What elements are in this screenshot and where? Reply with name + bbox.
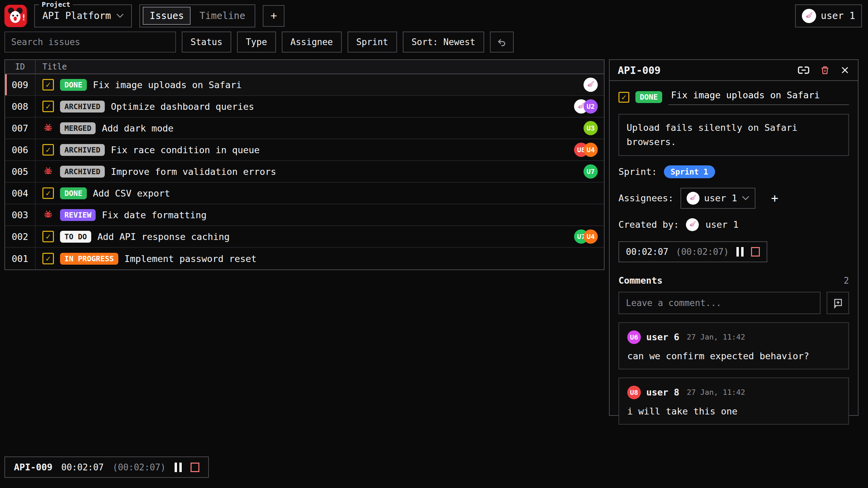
tab-issues[interactable]: Issues [143,7,191,25]
task-checkbox-icon: ✓ [42,253,54,264]
comment-card: U6 user 6 27 Jan, 11:42 can we confirm e… [618,322,849,369]
assignee-select[interactable]: user 1 [680,188,756,209]
issue-title-cell: ✓ ARCHIVED Optimize dashboard queries U2 [36,96,604,117]
table-row[interactable]: 007 MERGED Add dark mode U3 [5,118,604,139]
table-row[interactable]: 005 ARCHIVED Improve form validation err… [5,161,604,183]
issue-title-cell: ✓ TO DO Add API response caching U7U4 [36,226,604,247]
issue-title: Add API response caching [97,231,230,242]
view-tabs: Issues Timeline [139,4,255,27]
comment-text: i will take this one [627,406,840,416]
issue-title: Optimize dashboard queries [111,101,254,112]
issue-id: 001 [12,253,28,264]
issue-title: Fix race condition in queue [111,145,260,155]
issue-title-cell: ✓ DONE Add CSV export [36,183,604,204]
issue-title-cell: MERGED Add dark mode U3 [36,118,604,139]
assignee-avatars: U8U4 [574,143,598,157]
project-selector[interactable]: Project API Platform [34,4,132,27]
issue-title-field[interactable]: Fix image uploads on Safari [668,89,849,105]
issue-timer: 00:02:07 (00:02:07) [618,241,767,262]
tab-timeline[interactable]: Timeline [193,7,252,25]
assignee-avatars: U7 [584,164,598,179]
task-checkbox-icon[interactable]: ✓ [618,92,629,103]
add-assignee-button[interactable]: + [771,192,778,204]
task-checkbox-icon: ✓ [42,231,54,242]
issue-title-cell: ✓ IN PROGRESS Implement password reset [36,248,604,269]
issue-id: 008 [12,101,28,112]
issue-id-cell: 003 [5,204,36,225]
timer-elapsed: 00:02:07 [61,462,104,472]
bug-icon [42,209,54,221]
assignee-name: user 1 [704,193,737,203]
status-filter-button[interactable]: Status [182,32,231,53]
pause-timer-button[interactable] [736,247,744,257]
add-view-button[interactable]: + [263,5,284,27]
stop-timer-button[interactable] [751,247,760,257]
table-row[interactable]: 008 ✓ ARCHIVED Optimize dashboard querie… [5,96,604,118]
issue-title-cell: REVIEW Fix date formatting [36,204,604,225]
issue-id-cell: 009 [5,74,36,95]
submit-comment-button[interactable] [827,292,849,314]
created-by-label: Created by: [618,219,679,230]
status-badge: DONE [60,79,87,91]
current-user-chip[interactable]: user 1 [795,4,862,27]
search-input[interactable] [4,32,176,53]
assignee-avatar [687,192,699,205]
avatar: U3 [584,121,598,135]
issue-id: 003 [12,210,28,220]
sprint-chip[interactable]: Sprint 1 [664,165,715,178]
comment-timestamp: 27 Jan, 11:42 [687,333,745,341]
timer-issue-key: API-009 [14,462,53,472]
type-filter-button[interactable]: Type [237,32,276,53]
issue-id: 002 [12,231,28,242]
user-avatar [802,9,816,23]
issue-title-cell: ARCHIVED Improve form validation errors … [36,161,604,182]
filter-bar: Status Type Assignee Sprint Sort: Newest [4,32,864,53]
avatar: U4 [584,143,598,157]
delete-issue-icon[interactable] [820,65,830,76]
table-row[interactable]: 002 ✓ TO DO Add API response caching U7U… [5,226,604,248]
top-bar: ! Project API Platform Issues Timeline +… [0,0,868,32]
sprint-label: Sprint: [618,166,657,177]
comment-compose-row [618,292,849,314]
issue-title: Add dark mode [102,123,173,134]
issue-id-cell: 006 [5,139,36,160]
pause-timer-button[interactable] [175,463,182,472]
table-row[interactable]: 009 ✓ DONE Fix image uploads on Safari [5,74,604,96]
table-row[interactable]: 003 REVIEW Fix date formatting [5,204,604,226]
issue-title: Fix date formatting [102,210,206,220]
comment-input[interactable] [618,292,821,314]
issue-id-cell: 007 [5,118,36,139]
global-timer-bar: API-009 00:02:07 (00:02:07) [4,456,209,478]
copy-link-icon[interactable] [797,66,810,74]
table-row[interactable]: 006 ✓ ARCHIVED Fix race condition in que… [5,139,604,161]
comments-count: 2 [844,276,849,286]
commenter-avatar: U8 [627,386,641,399]
assignee-avatars [584,78,598,92]
comments-heading: Comments [618,275,663,286]
comment-timestamp: 27 Jan, 11:42 [687,388,745,396]
stop-timer-button[interactable] [191,463,199,472]
status-badge: IN PROGRESS [60,253,118,265]
issue-description[interactable]: Upload fails silently on Safari browsers… [618,114,849,156]
reset-filters-button[interactable] [490,32,514,53]
table-row[interactable]: 004 ✓ DONE Add CSV export [5,183,604,204]
commenter-avatar: U6 [627,330,641,344]
issue-title-cell: ✓ ARCHIVED Fix race condition in queue U… [36,139,604,160]
status-badge: ARCHIVED [60,101,105,113]
app-logo-icon: ! [4,5,27,27]
assignees-row: Assignees: user 1 + [618,188,849,209]
task-checkbox-icon: ✓ [42,144,54,156]
issue-id: 006 [12,145,28,155]
creator-avatar [686,218,699,231]
close-panel-icon[interactable] [840,65,850,75]
table-row[interactable]: 001 ✓ IN PROGRESS Implement password res… [5,248,604,269]
sprint-filter-button[interactable]: Sprint [348,32,397,53]
issue-id-cell: 008 [5,96,36,117]
issue-id-cell: 004 [5,183,36,204]
assignee-filter-button[interactable]: Assignee [282,32,342,53]
sort-button[interactable]: Sort: Newest [403,32,484,53]
title-column-header: Title [36,60,604,74]
timer-elapsed: 00:02:07 [626,247,668,257]
table-header: ID Title [5,60,604,74]
issue-title: Implement password reset [124,253,257,264]
